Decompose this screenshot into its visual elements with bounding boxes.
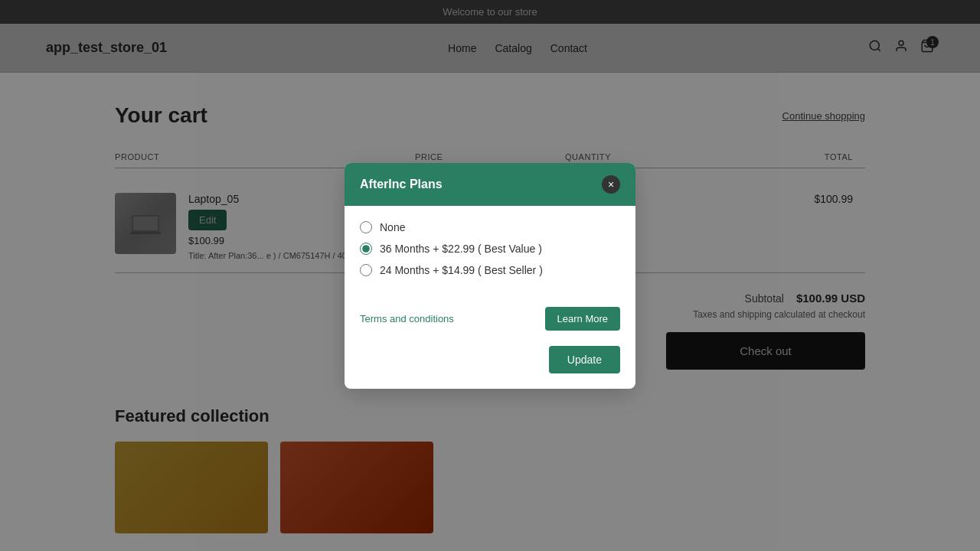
- plan-24months-label: 24 Months + $14.99 ( Best Seller ): [380, 264, 543, 276]
- update-button[interactable]: Update: [549, 346, 620, 373]
- plan-option-24months[interactable]: 24 Months + $14.99 ( Best Seller ): [360, 264, 620, 276]
- plan-36months-label: 36 Months + $22.99 ( Best Value ): [380, 243, 542, 255]
- plan-option-none[interactable]: None: [360, 221, 620, 233]
- terms-link[interactable]: Terms and conditions: [360, 313, 454, 324]
- modal-overlay[interactable]: AfterInc Plans × None 36 Months + $22.99…: [0, 0, 980, 551]
- plan-none-label: None: [380, 221, 405, 233]
- modal-title: AfterInc Plans: [360, 178, 443, 191]
- modal-body: None 36 Months + $22.99 ( Best Value ) 2…: [345, 206, 635, 307]
- plan-options: None 36 Months + $22.99 ( Best Value ) 2…: [360, 221, 620, 276]
- radio-24months[interactable]: [360, 264, 372, 276]
- modal-close-button[interactable]: ×: [602, 175, 620, 194]
- modal-header: AfterInc Plans ×: [345, 163, 635, 206]
- radio-none[interactable]: [360, 221, 372, 233]
- radio-36months[interactable]: [360, 243, 372, 255]
- update-btn-row: Update: [345, 346, 635, 389]
- modal-footer: Terms and conditions Learn More: [345, 307, 635, 346]
- afterinc-modal: AfterInc Plans × None 36 Months + $22.99…: [345, 163, 635, 389]
- learn-more-button[interactable]: Learn More: [545, 307, 620, 331]
- plan-option-36months[interactable]: 36 Months + $22.99 ( Best Value ): [360, 243, 620, 255]
